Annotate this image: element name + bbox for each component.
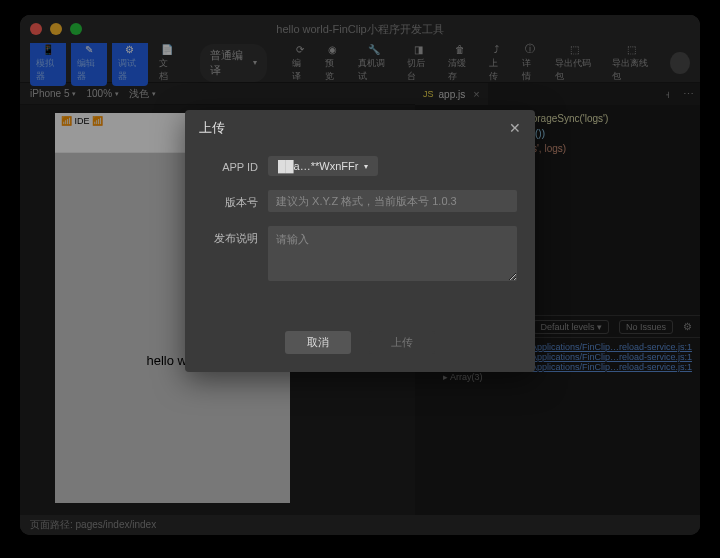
upload-modal: 上传 ✕ APP ID ██a…**WxnFFr 版本号 发布说明 取消 (185, 110, 535, 372)
modal-backdrop[interactable]: 上传 ✕ APP ID ██a…**WxnFFr 版本号 发布说明 取消 (20, 15, 700, 535)
appid-select[interactable]: ██a…**WxnFFr (268, 156, 378, 176)
notes-textarea[interactable] (268, 226, 517, 281)
appid-label: APP ID (203, 156, 258, 173)
cancel-button[interactable]: 取消 (285, 331, 351, 354)
close-icon[interactable]: ✕ (509, 120, 521, 136)
version-input[interactable] (268, 190, 517, 212)
modal-title: 上传 (199, 119, 225, 137)
version-label: 版本号 (203, 190, 258, 210)
notes-label: 发布说明 (203, 226, 258, 246)
submit-button[interactable]: 上传 (369, 331, 435, 354)
